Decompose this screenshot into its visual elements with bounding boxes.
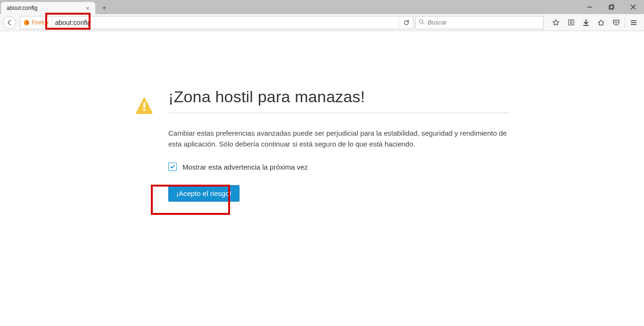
identity-label: Firefox — [32, 19, 49, 26]
warning-text: Cambiar estas preferencias avanzadas pue… — [168, 128, 510, 149]
firefox-icon — [23, 19, 30, 26]
warning-icon — [134, 88, 154, 117]
downloads-icon[interactable] — [578, 16, 594, 29]
svg-rect-1 — [609, 6, 613, 9]
warning-title: ¡Zona hostil para manazas! — [168, 88, 510, 113]
tab-title: about:config — [7, 5, 84, 11]
accept-risk-button[interactable]: ¡Acepto el riesgo! — [168, 185, 239, 202]
navigation-toolbar: Firefox — [0, 14, 644, 31]
svg-rect-2 — [610, 5, 614, 8]
reading-list-icon[interactable] — [563, 16, 578, 29]
close-tab-icon[interactable]: × — [84, 5, 91, 12]
bookmark-star-icon[interactable] — [548, 16, 563, 29]
home-icon[interactable] — [594, 16, 609, 29]
toolbar-separator — [625, 17, 625, 28]
tab-strip: about:config × + — [0, 0, 110, 14]
warning-panel: ¡Zona hostil para manazas! Cambiar estas… — [134, 88, 510, 202]
maximize-button[interactable] — [601, 0, 622, 14]
warning-body: ¡Zona hostil para manazas! Cambiar estas… — [168, 88, 510, 202]
search-bar[interactable] — [415, 16, 544, 29]
svg-point-17 — [143, 109, 146, 111]
svg-rect-16 — [143, 102, 145, 107]
page-content: ¡Zona hostil para manazas! Cambiar estas… — [0, 31, 644, 202]
search-icon — [419, 18, 425, 27]
pocket-icon[interactable] — [609, 16, 624, 29]
back-button[interactable] — [3, 16, 16, 29]
new-tab-button[interactable]: + — [98, 3, 110, 13]
url-input[interactable] — [52, 19, 399, 26]
site-identity[interactable]: Firefox — [20, 16, 52, 29]
search-input[interactable] — [428, 19, 540, 26]
show-warning-checkbox[interactable] — [168, 163, 177, 171]
browser-tab[interactable]: about:config × — [1, 2, 95, 14]
close-window-button[interactable] — [622, 0, 644, 14]
menu-icon[interactable] — [626, 16, 641, 29]
reload-button[interactable] — [399, 16, 413, 29]
titlebar: about:config × + — [0, 0, 644, 14]
svg-line-7 — [422, 23, 424, 24]
window-controls — [579, 0, 644, 14]
warning-checkbox-row: Mostrar esta advertencia la próxima vez — [168, 163, 510, 171]
minimize-button[interactable] — [579, 0, 601, 14]
toolbar-icon-group — [548, 16, 641, 29]
address-bar[interactable]: Firefox — [20, 16, 413, 29]
show-warning-label: Mostrar esta advertencia la próxima vez — [182, 163, 308, 171]
